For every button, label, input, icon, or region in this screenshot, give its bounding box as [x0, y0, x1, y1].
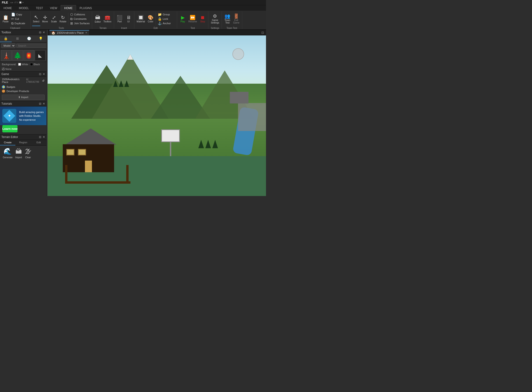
learn-now-button[interactable]: Learn now: [2, 125, 18, 132]
toolbox-tab-1[interactable]: ⊞: [12, 35, 23, 42]
team-test-button[interactable]: 👥 Team Test: [223, 12, 232, 26]
viewport-tab-bar: 🏠 1500Androids's Place ✕ ⊡: [48, 30, 266, 35]
toolbox-item-lamp[interactable]: 🏮: [24, 50, 34, 61]
color-button[interactable]: 🎨 Color: [146, 12, 155, 26]
ui-button[interactable]: 🖥 UI: [124, 12, 133, 26]
terrain-label: Terrain: [100, 26, 107, 29]
group-clipboard: 📋 Paste 📄Copy ✂Cut ⧉Duplicate Clipboard: [0, 11, 31, 29]
search-input[interactable]: [16, 44, 47, 48]
join-surfaces-button[interactable]: ⊞Join Surfaces: [69, 21, 90, 25]
bg-none[interactable]: None: [2, 68, 11, 70]
list-item-badges[interactable]: ⭐ Badges: [2, 85, 45, 89]
collisions-button[interactable]: ⬡Collisions: [69, 12, 90, 17]
game-panel-header: Game ⊟ ✕: [0, 72, 47, 77]
import-button[interactable]: ⬆ Import: [2, 95, 45, 100]
ribbon-content: 📋 Paste 📄Copy ✂Cut ⧉Duplicate Clipboard: [0, 11, 266, 29]
toolbox-search-bar: Models Meshes Decals 🔍 ≡: [0, 42, 47, 49]
list-item-dev-products[interactable]: 🏷 Developer Products: [2, 89, 45, 93]
terrain-clear-button[interactable]: 🌫 Clear: [25, 148, 31, 159]
terrain-minimize[interactable]: ⊟: [39, 135, 41, 139]
lock-button[interactable]: 🔒Lock: [157, 17, 176, 21]
editor-button[interactable]: 🏔 Editor: [94, 12, 102, 26]
toolbox-grid: 🗼 🌲 🏮 ◣: [0, 49, 47, 62]
bg-white-swatch: [18, 63, 21, 66]
left-panel: Toolbox ⊟ ✕ 🔒 ⊞ 🕐 💡 Models Meshes Decals: [0, 30, 47, 196]
terrain-import-button[interactable]: 🏔 Import: [15, 148, 22, 159]
dev-products-dot: 🏷: [2, 89, 5, 93]
game-panel-close[interactable]: ✕: [43, 72, 45, 76]
part-button[interactable]: ⬛ Part: [115, 12, 124, 26]
tab-plugins[interactable]: PLUGINS: [76, 5, 95, 11]
toolbox-close-icon[interactable]: ✕: [43, 31, 45, 34]
tab-model[interactable]: MODEL: [15, 5, 33, 11]
terrain-editor-panel: Terrain Editor ⊟ ✕ Create Region Edit 🌊 …: [0, 134, 47, 161]
bg-white[interactable]: White: [18, 63, 28, 66]
toolbox-panel: Toolbox ⊟ ✕ 🔒 ⊞ 🕐 💡 Models Meshes Decals: [0, 30, 47, 71]
select-button[interactable]: ↖ Select: [32, 12, 40, 26]
terrain-title: Terrain Editor: [1, 135, 18, 139]
toolbox-header: Toolbox ⊟ ✕: [0, 30, 47, 35]
model-type-select[interactable]: Models Meshes Decals: [1, 43, 15, 48]
tab-home-active[interactable]: HOME: [61, 5, 76, 11]
duplicate-button[interactable]: ⧉Duplicate: [10, 21, 29, 25]
toolbox-tab-0[interactable]: 🔒: [0, 35, 12, 42]
toolbox-minimize-icon[interactable]: ⊟: [39, 31, 41, 34]
terrain-tab-edit[interactable]: Edit: [31, 140, 47, 145]
main-content: Toolbox ⊟ ✕ 🔒 ⊞ 🕐 💡 Models Meshes Decals: [0, 30, 266, 196]
copy-button[interactable]: 📄Copy: [10, 12, 29, 17]
file-menu-label[interactable]: FILE: [2, 1, 8, 4]
anchor-button[interactable]: ⚓Anchor: [157, 21, 176, 25]
tab-test[interactable]: TEST: [33, 5, 47, 11]
group-button[interactable]: 📁Group: [157, 12, 176, 17]
cut-button[interactable]: ✂Cut: [10, 17, 29, 21]
constraints-button[interactable]: ⧉Constraints: [69, 17, 90, 21]
ribbon: HOME MODEL TEST VIEW HOME PLUGINS 📋 Past…: [0, 5, 266, 30]
terrain-action-buttons: 🌊 Generate 🏔 Import 🌫 Clear: [0, 146, 47, 161]
refresh-icon[interactable]: ↺: [42, 79, 45, 83]
tutorials-title: Tutorials: [1, 102, 12, 105]
tutorials-minimize[interactable]: ⊟: [39, 102, 41, 105]
bg-black[interactable]: Black: [30, 63, 40, 66]
test-group-label: Test: [191, 26, 195, 29]
group-team-test: 👥 Team Test 🚪 Exit Game Team Test: [222, 11, 242, 29]
exit-game-button[interactable]: 🚪 Exit Game: [232, 12, 241, 26]
tutorials-description: Build amazing games with Roblox Studio. …: [19, 110, 44, 122]
paste-button[interactable]: 📋 Paste: [1, 12, 10, 26]
viewport-tab-icon: 🏠: [51, 31, 55, 35]
tutorials-panel: Tutorials ⊟ ✕ ✦ Build amazing games with…: [0, 101, 47, 134]
tutorials-close[interactable]: ✕: [43, 102, 45, 105]
toolbox-item-ramp[interactable]: ◣: [35, 50, 46, 61]
scale-button[interactable]: ⤢ Scale: [50, 12, 58, 26]
viewport-tab[interactable]: 🏠 1500Androids's Place ✕: [49, 30, 89, 35]
viewport-maximize-icon[interactable]: ⊡: [261, 31, 264, 34]
material-button[interactable]: 🔲 Material: [136, 12, 146, 26]
terrain-tab-create[interactable]: Create: [0, 140, 15, 145]
toolbox-tab-2[interactable]: 🕐: [23, 35, 35, 42]
viewport-close-icon[interactable]: ✕: [85, 31, 87, 34]
toolbox-item-tree[interactable]: 🌲: [12, 50, 23, 61]
toolbox-tab-3[interactable]: 💡: [35, 35, 47, 42]
toolbox-button[interactable]: 🧰 Toolbox: [102, 12, 112, 26]
game-panel-minimize[interactable]: ⊟: [39, 72, 41, 76]
play-button[interactable]: ▶ Play: [179, 12, 187, 26]
scene-background: [48, 35, 266, 196]
house-window-left: [66, 149, 74, 155]
clipboard-label: Clipboard: [10, 26, 20, 29]
stop-button[interactable]: ⏹ Stop: [198, 12, 207, 26]
group-insert: ⬛ Part 🖥 UI Insert: [114, 11, 134, 29]
game-settings-button[interactable]: ⚙ Game Settings: [210, 12, 220, 26]
terrain-tabs: Create Region Edit: [0, 140, 47, 146]
group-test: ▶ Play ⏩ Resume ⏹ Stop Test: [177, 11, 208, 29]
resume-button[interactable]: ⏩ Resume: [187, 12, 198, 26]
viewport[interactable]: 🏠 1500Androids's Place ✕ ⊡: [48, 30, 266, 196]
toolbox-tabs: 🔒 ⊞ 🕐 💡: [0, 35, 47, 42]
toolbox-item-tower[interactable]: 🗼: [1, 50, 12, 61]
move-button[interactable]: ✛ Move: [41, 12, 49, 26]
terrain-tab-region[interactable]: Region: [15, 140, 31, 145]
house-door: [85, 161, 92, 172]
tab-home[interactable]: HOME: [0, 5, 15, 11]
tab-view[interactable]: VIEW: [47, 5, 61, 11]
terrain-close[interactable]: ✕: [43, 135, 45, 139]
terrain-generate-button[interactable]: 🌊 Generate: [3, 148, 13, 159]
rotate-button[interactable]: ↻ Rotate: [59, 12, 67, 26]
